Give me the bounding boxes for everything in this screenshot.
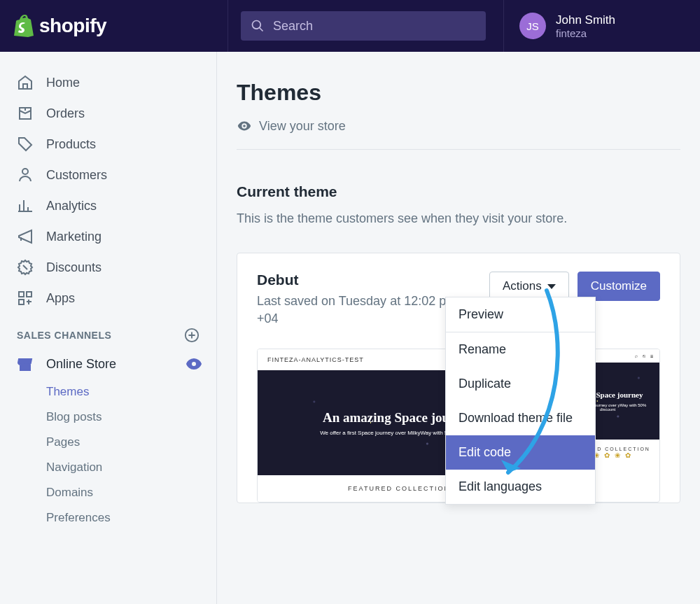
subnav: Themes Blog posts Pages Navigation Domai… [0,379,216,531]
sidebar: Home Orders Products Customers Analytics… [0,52,217,604]
search-section: Search [227,0,504,52]
eye-icon [237,118,252,134]
analytics-icon [17,197,34,214]
svg-rect-2 [27,292,31,297]
orders-icon [17,105,34,122]
store-icon [17,356,34,372]
sidebar-item-apps[interactable]: Apps [0,283,216,314]
user-menu[interactable]: JS John Smith finteza [504,13,700,39]
apps-icon [17,290,34,307]
subnav-preferences[interactable]: Preferences [46,505,216,531]
dropdown-preview[interactable]: Preview [446,297,595,332]
svg-point-0 [22,169,28,174]
theme-saved-timestamp: Last saved on Tuesday at 12:02 pm +04 [257,293,467,328]
sidebar-item-orders[interactable]: Orders [0,98,216,129]
sidebar-section-label: SALES CHANNELS [0,314,216,349]
current-theme-desc: This is the theme customers see when the… [237,211,680,226]
products-icon [17,136,34,153]
sidebar-item-home[interactable]: Home [0,67,216,98]
subnav-navigation[interactable]: Navigation [46,455,216,480]
customers-icon [17,167,34,183]
view-your-store-link[interactable]: View your store [237,118,680,150]
search-input[interactable]: Search [241,11,486,41]
user-name: John Smith [556,13,615,27]
sidebar-item-label: Apps [46,291,75,306]
page-title: Themes [237,80,680,106]
dropdown-edit-languages[interactable]: Edit languages [446,470,595,504]
svg-rect-3 [19,300,24,304]
sidebar-item-label: Discounts [46,260,102,275]
sidebar-item-discounts[interactable]: Discounts [0,252,216,283]
sidebar-item-online-store[interactable]: Online Store [0,349,216,379]
subnav-pages[interactable]: Pages [46,430,216,455]
dropdown-download[interactable]: Download theme file [446,401,595,435]
home-icon [17,74,34,91]
avatar: JS [519,13,546,39]
sidebar-item-label: Analytics [46,199,97,213]
sidebar-item-marketing[interactable]: Marketing [0,221,216,252]
main-content: Themes View your store Current theme Thi… [217,52,700,604]
chevron-down-icon [547,284,556,289]
search-icon [251,19,265,33]
sidebar-item-label: Home [46,76,80,90]
sidebar-item-label: Online Store [46,357,116,372]
sidebar-item-label: Customers [46,168,107,183]
discounts-icon [17,259,34,276]
add-channel-icon[interactable] [184,328,200,343]
user-subtitle: finteza [556,27,615,39]
sidebar-item-customers[interactable]: Customers [0,160,216,190]
view-store-icon[interactable] [186,356,202,372]
dropdown-duplicate[interactable]: Duplicate [446,367,595,401]
shopify-bag-icon [14,15,34,37]
subnav-blog-posts[interactable]: Blog posts [46,405,216,430]
dropdown-edit-code[interactable]: Edit code [446,435,595,470]
sidebar-item-analytics[interactable]: Analytics [0,190,216,221]
logo[interactable]: shopify [0,15,227,37]
actions-dropdown: Preview Rename Duplicate Download theme … [445,297,596,505]
brand-text: shopify [39,15,106,37]
header: shopify Search JS John Smith finteza [0,0,700,52]
svg-rect-1 [19,292,24,297]
theme-card: Debut Last saved on Tuesday at 12:02 pm … [237,253,680,503]
sidebar-item-label: Orders [46,106,85,121]
sidebar-item-products[interactable]: Products [0,129,216,160]
marketing-icon [17,228,34,245]
search-placeholder: Search [273,19,313,34]
sidebar-item-label: Products [46,137,96,152]
subnav-themes[interactable]: Themes [46,379,216,405]
theme-name: Debut [257,272,489,288]
user-info: John Smith finteza [556,13,615,39]
dropdown-rename[interactable]: Rename [446,332,595,367]
sidebar-item-label: Marketing [46,230,102,244]
subnav-domains[interactable]: Domains [46,480,216,505]
current-theme-heading: Current theme [237,183,680,200]
